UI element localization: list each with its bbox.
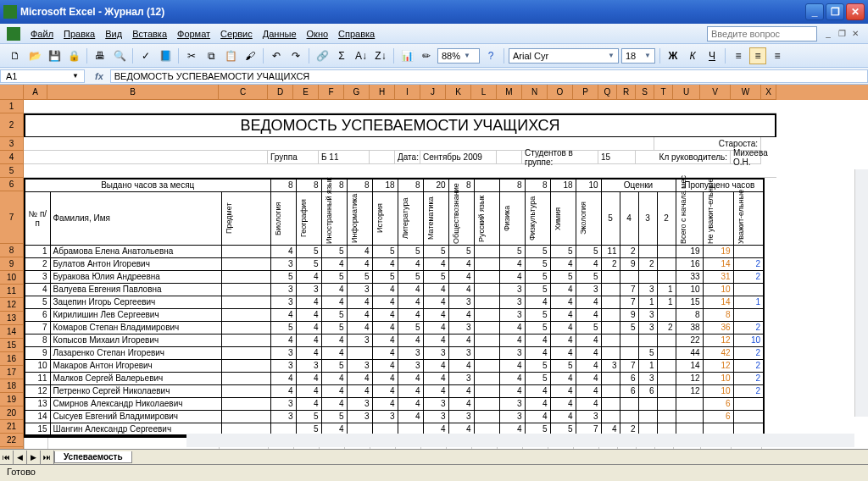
col-header-W[interactable]: W bbox=[731, 85, 761, 100]
help-icon[interactable]: ? bbox=[482, 47, 499, 64]
col-header-X[interactable]: X bbox=[761, 85, 776, 100]
col-header-A[interactable]: A bbox=[24, 85, 47, 100]
col-header-V[interactable]: V bbox=[700, 85, 731, 100]
maximize-button[interactable]: ❐ bbox=[826, 3, 844, 20]
tab-next-button[interactable]: ▶ bbox=[27, 451, 41, 464]
col-header-C[interactable]: C bbox=[219, 85, 268, 100]
research-icon[interactable]: 📘 bbox=[157, 47, 174, 64]
menu-Файл[interactable]: Файл bbox=[25, 27, 58, 41]
col-header-D[interactable]: D bbox=[268, 85, 293, 100]
col-header-R[interactable]: R bbox=[617, 85, 636, 100]
tab-prev-button[interactable]: ◀ bbox=[14, 451, 27, 464]
preview-icon[interactable]: 🔍 bbox=[111, 47, 128, 64]
row-header-2[interactable]: 2 bbox=[0, 113, 24, 137]
row-header-18[interactable]: 18 bbox=[0, 379, 24, 393]
row-header-22[interactable]: 22 bbox=[0, 434, 24, 447]
col-header-L[interactable]: L bbox=[471, 85, 497, 100]
row-header-12[interactable]: 12 bbox=[0, 298, 24, 312]
col-header-N[interactable]: N bbox=[522, 85, 548, 100]
formula-input[interactable]: ВЕДОМОСТЬ УСПЕВАЕМОСТИ УЧАЩИХСЯ bbox=[110, 69, 868, 83]
row-header-14[interactable]: 14 bbox=[0, 325, 24, 339]
row-header-11[interactable]: 11 bbox=[0, 285, 24, 298]
col-header-F[interactable]: F bbox=[319, 85, 344, 100]
select-all-corner[interactable] bbox=[0, 85, 24, 100]
col-header-G[interactable]: G bbox=[344, 85, 370, 100]
menu-Справка[interactable]: Справка bbox=[333, 27, 380, 41]
align-right-icon[interactable]: ≡ bbox=[769, 47, 786, 64]
menu-Данные[interactable]: Данные bbox=[258, 27, 302, 41]
sort-desc-icon[interactable]: Z↓ bbox=[372, 47, 389, 64]
copy-icon[interactable]: ⧉ bbox=[203, 47, 220, 64]
row-header-6[interactable]: 6 bbox=[0, 178, 24, 191]
new-icon[interactable]: 🗋 bbox=[7, 47, 24, 64]
drawing-icon[interactable]: ✏ bbox=[418, 47, 435, 64]
close-button[interactable]: ✕ bbox=[846, 3, 865, 20]
tab-last-button[interactable]: ⏭ bbox=[41, 451, 54, 464]
ask-a-question-box[interactable] bbox=[707, 26, 817, 41]
row-header-20[interactable]: 20 bbox=[0, 406, 24, 420]
autosum-icon[interactable]: Σ bbox=[333, 47, 350, 64]
row-header-21[interactable]: 21 bbox=[0, 420, 24, 434]
menu-Окно[interactable]: Окно bbox=[302, 27, 334, 41]
col-header-Q[interactable]: Q bbox=[598, 85, 617, 100]
fx-icon[interactable]: fx bbox=[88, 71, 110, 81]
col-header-S[interactable]: S bbox=[636, 85, 654, 100]
save-icon[interactable]: 💾 bbox=[46, 47, 63, 64]
menu-Сервис[interactable]: Сервис bbox=[215, 27, 258, 41]
font-size-combo[interactable]: 18▼ bbox=[621, 48, 655, 64]
row-header-7[interactable]: 7 bbox=[0, 191, 24, 244]
col-header-E[interactable]: E bbox=[293, 85, 319, 100]
row-header-10[interactable]: 10 bbox=[0, 271, 24, 285]
col-header-B[interactable]: B bbox=[47, 85, 219, 100]
row-header-1[interactable]: 1 bbox=[0, 100, 24, 113]
minimize-button[interactable]: _ bbox=[805, 3, 824, 20]
col-header-M[interactable]: M bbox=[497, 85, 522, 100]
row-header-8[interactable]: 8 bbox=[0, 244, 24, 257]
col-header-J[interactable]: J bbox=[420, 85, 446, 100]
permissions-icon[interactable]: 🔒 bbox=[65, 47, 82, 64]
col-header-H[interactable]: H bbox=[370, 85, 395, 100]
row-header-4[interactable]: 4 bbox=[0, 151, 24, 164]
row-header-13[interactable]: 13 bbox=[0, 312, 24, 325]
menu-Правка[interactable]: Правка bbox=[58, 27, 100, 41]
redo-icon[interactable]: ↷ bbox=[287, 47, 304, 64]
row-header-9[interactable]: 9 bbox=[0, 257, 24, 271]
row-header-15[interactable]: 15 bbox=[0, 339, 24, 352]
col-header-K[interactable]: K bbox=[446, 85, 471, 100]
sort-asc-icon[interactable]: A↓ bbox=[353, 47, 370, 64]
wb-minimize-button[interactable]: _ bbox=[822, 28, 834, 40]
menu-Формат[interactable]: Формат bbox=[172, 27, 215, 41]
chart-icon[interactable]: 📊 bbox=[398, 47, 415, 64]
row-header-17[interactable]: 17 bbox=[0, 366, 24, 379]
row-header-19[interactable]: 19 bbox=[0, 393, 24, 406]
cut-icon[interactable]: ✂ bbox=[183, 47, 200, 64]
underline-icon[interactable]: Ч bbox=[704, 47, 721, 64]
undo-icon[interactable]: ↶ bbox=[268, 47, 285, 64]
sheet-tab-active[interactable]: Успеваемость bbox=[54, 451, 132, 463]
col-header-T[interactable]: T bbox=[654, 85, 673, 100]
col-header-I[interactable]: I bbox=[395, 85, 420, 100]
align-center-icon[interactable]: ≡ bbox=[749, 47, 766, 64]
worksheet-grid[interactable]: ABCDEFGHIJKLMNOPQRSTUVWX 123456789101112… bbox=[0, 85, 868, 449]
col-header-O[interactable]: O bbox=[548, 85, 573, 100]
horizontal-scrollbar[interactable] bbox=[186, 434, 854, 447]
font-combo[interactable]: Arial Cyr▼ bbox=[509, 48, 619, 64]
sheet-content[interactable]: ВЕДОМОСТЬ УСПЕВАЕМОСТИ УЧАЩИХСЯ Староста… bbox=[24, 100, 776, 449]
format-painter-icon[interactable]: 🖌 bbox=[242, 47, 259, 64]
name-box[interactable]: A1▼ bbox=[0, 69, 85, 83]
bold-icon[interactable]: Ж bbox=[665, 47, 682, 64]
row-header-16[interactable]: 16 bbox=[0, 352, 24, 366]
row-header-5[interactable]: 5 bbox=[0, 164, 24, 178]
col-header-P[interactable]: P bbox=[573, 85, 598, 100]
tab-first-button[interactable]: ⏮ bbox=[0, 451, 14, 464]
vertical-scrollbar[interactable] bbox=[854, 169, 868, 417]
zoom-combo[interactable]: 88%▼ bbox=[437, 48, 480, 64]
open-icon[interactable]: 📂 bbox=[26, 47, 43, 64]
menu-Вид[interactable]: Вид bbox=[100, 27, 127, 41]
print-icon[interactable]: 🖶 bbox=[92, 47, 108, 64]
row-header-3[interactable]: 3 bbox=[0, 137, 24, 151]
col-header-U[interactable]: U bbox=[673, 85, 700, 100]
italic-icon[interactable]: К bbox=[684, 47, 701, 64]
hyperlink-icon[interactable]: 🔗 bbox=[314, 47, 331, 64]
spelling-icon[interactable]: ✓ bbox=[137, 47, 154, 64]
